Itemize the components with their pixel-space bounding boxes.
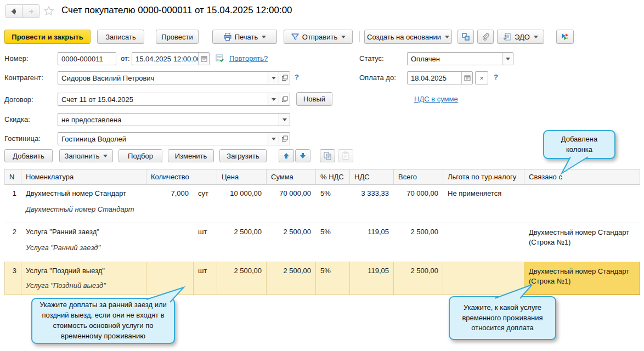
cell-benefit[interactable] xyxy=(443,223,524,262)
cell-n[interactable]: 1 xyxy=(5,185,21,223)
cell-vat-percent[interactable]: 5% xyxy=(316,185,350,223)
cell-unit[interactable]: сут xyxy=(194,185,217,223)
counterparty-open-icon[interactable] xyxy=(279,72,290,84)
cell-qty[interactable]: 7,000 xyxy=(146,185,194,223)
cell-vat-percent[interactable]: 5% xyxy=(316,262,350,295)
cell-vat[interactable]: 119,05 xyxy=(350,223,394,262)
counterparty-help-icon[interactable]: ? xyxy=(295,73,299,81)
item-description: Двухместный номер Стандарт xyxy=(26,205,142,213)
col-header-sum[interactable]: Сумма xyxy=(267,169,316,185)
cell-n[interactable]: 2 xyxy=(5,223,21,262)
col-header-benefit[interactable]: Льгота по тур.налогу xyxy=(443,169,524,185)
pick-button[interactable]: Подбор xyxy=(118,149,162,162)
edo-button[interactable]: ЭДО xyxy=(497,30,544,44)
number-input[interactable]: 0000-000011 xyxy=(58,52,116,65)
col-header-vat[interactable]: НДС xyxy=(350,169,394,185)
save-button[interactable]: Записать xyxy=(97,30,144,44)
hotel-open-icon[interactable] xyxy=(279,133,290,145)
send-icon xyxy=(291,32,300,41)
cell-unit[interactable]: шт xyxy=(194,262,217,295)
edo-dropdown-arrow-icon xyxy=(534,36,538,38)
cell-sum[interactable]: 2 500,00 xyxy=(267,223,316,262)
cell-n[interactable]: 3 xyxy=(5,262,21,295)
date-input[interactable]: 15.04.2025 12:00:00 xyxy=(132,52,210,65)
table-row[interactable]: 1 Двухместный номер Стандарт Двухместный… xyxy=(5,185,640,223)
discount-select[interactable]: не предоставлена xyxy=(58,113,290,126)
cell-related[interactable]: Двухместный номер Стандарт (Строка №1) xyxy=(524,223,640,262)
add-row-button[interactable]: Добавить xyxy=(4,149,53,162)
counterparty-input[interactable]: Сидоров Василий Петрович xyxy=(58,71,290,84)
counterparty-dropdown-icon[interactable] xyxy=(268,72,279,84)
cell-name[interactable]: Услуга "Поздний выезд" Услуга "Поздний в… xyxy=(21,262,146,295)
cell-related[interactable] xyxy=(524,185,640,223)
cell-qty[interactable] xyxy=(146,223,194,262)
print-button[interactable]: Печать xyxy=(212,30,277,44)
discount-dropdown-icon[interactable] xyxy=(279,114,290,126)
fill-button[interactable]: Заполнить xyxy=(59,149,113,162)
cell-vat[interactable]: 119,05 xyxy=(350,262,394,295)
paste-rows-button[interactable] xyxy=(338,149,353,162)
pay-before-calendar-icon[interactable] xyxy=(461,72,472,84)
pay-before-input[interactable]: 18.04.2025 xyxy=(407,71,473,84)
repeat-link[interactable]: Повторять? xyxy=(229,54,268,63)
new-contract-button[interactable]: Новый xyxy=(296,92,332,106)
contract-dropdown-icon[interactable] xyxy=(268,93,279,105)
status-select[interactable]: Оплачен xyxy=(407,52,513,65)
cell-unit[interactable]: шт xyxy=(194,223,217,262)
status-dropdown-icon[interactable] xyxy=(502,53,513,65)
pay-before-help-icon[interactable]: ? xyxy=(494,73,498,81)
attachments-button[interactable] xyxy=(477,30,494,44)
contract-open-icon[interactable] xyxy=(279,93,290,105)
cell-price[interactable]: 2 500,00 xyxy=(217,223,267,262)
item-description: Услуга "Ранний заезд" xyxy=(26,244,142,252)
nav-history-group xyxy=(5,4,39,18)
cell-related-selected[interactable]: Двухместный номер Стандарт (Строка №1) xyxy=(524,262,640,295)
cell-name[interactable]: Услуга "Ранний заезд" Услуга "Ранний зае… xyxy=(21,223,146,262)
col-header-vat-percent[interactable]: % НДС xyxy=(316,169,350,185)
contract-input[interactable]: Счет 11 от 15.04.2025 xyxy=(58,93,290,106)
cell-price[interactable]: 2 500,00 xyxy=(217,262,267,295)
col-header-price[interactable]: Цена xyxy=(217,169,267,185)
create-based-on-button[interactable]: Создать на основании xyxy=(364,30,452,44)
table-row[interactable]: 2 Услуга "Ранний заезд" Услуга "Ранний з… xyxy=(5,223,640,262)
post-button[interactable]: Провести xyxy=(156,30,199,44)
vat-in-sum-link[interactable]: НДС в сумме xyxy=(414,95,458,103)
pay-before-clear-button[interactable]: × xyxy=(475,71,488,84)
forward-button[interactable] xyxy=(22,5,39,18)
cell-benefit[interactable]: Не применяется xyxy=(443,185,524,223)
document-structure-button[interactable] xyxy=(457,30,474,44)
calendar-icon[interactable] xyxy=(198,53,209,65)
contract-label: Договор: xyxy=(4,95,33,104)
cell-name[interactable]: Двухместный номер Стандарт Двухместный н… xyxy=(21,185,146,223)
load-button[interactable]: Загрузить xyxy=(219,149,267,162)
print-dropdown-arrow-icon xyxy=(262,36,266,38)
contract-value: Счет 11 от 15.04.2025 xyxy=(58,93,268,105)
col-header-name[interactable]: Номенклатура xyxy=(21,169,146,185)
send-button[interactable]: Отправить xyxy=(284,30,353,44)
recurrence-icon[interactable] xyxy=(215,53,225,65)
hotel-dropdown-icon[interactable] xyxy=(268,133,279,145)
cell-total[interactable]: 70 000,00 xyxy=(394,185,443,223)
back-button[interactable] xyxy=(6,5,22,18)
copy-rows-button[interactable] xyxy=(320,149,335,162)
cell-total[interactable]: 2 500,00 xyxy=(394,262,443,295)
cell-sum[interactable]: 70 000,00 xyxy=(267,185,316,223)
edit-row-button[interactable]: Изменить xyxy=(168,149,214,162)
discussions-button[interactable] xyxy=(556,30,574,44)
cell-vat-percent[interactable]: 5% xyxy=(316,223,350,262)
col-header-n[interactable]: N xyxy=(5,169,21,185)
number-label: Номер: xyxy=(4,54,29,63)
cell-price[interactable]: 10 000,00 xyxy=(217,185,267,223)
col-header-total[interactable]: Всего xyxy=(394,169,443,185)
callout-surcharge-hint: Укажите доплаты за ранний заезд или позд… xyxy=(31,298,175,344)
cell-vat[interactable]: 3 333,33 xyxy=(350,185,394,223)
cell-total[interactable]: 2 500,00 xyxy=(394,223,443,262)
hotel-input[interactable]: Гостиница Водолей xyxy=(58,132,290,145)
post-and-close-button[interactable]: Провести и закрыть xyxy=(4,30,91,44)
cell-sum[interactable]: 2 500,00 xyxy=(267,262,316,295)
table-row-highlighted[interactable]: 3 Услуга "Поздний выезд" Услуга "Поздний… xyxy=(5,262,640,295)
move-row-down-button[interactable] xyxy=(295,149,310,162)
col-header-qty[interactable]: Количество xyxy=(146,169,217,185)
move-row-up-button[interactable] xyxy=(279,149,294,162)
favorite-star-icon[interactable] xyxy=(43,5,55,19)
